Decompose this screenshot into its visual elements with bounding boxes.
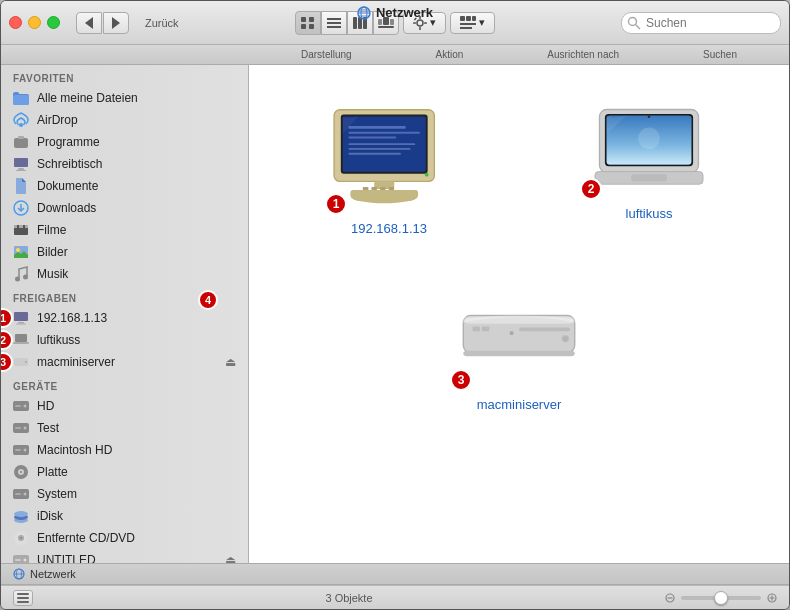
untitled-drive-icon xyxy=(13,552,29,563)
sidebar-item-system[interactable]: System xyxy=(1,483,248,505)
sidebar-item-macminiserver[interactable]: 3 macminiserver ⏏ xyxy=(1,351,248,373)
sidebar-item-idisk[interactable]: iDisk xyxy=(1,505,248,527)
airdrop-label: AirDrop xyxy=(37,113,78,127)
forward-button[interactable] xyxy=(103,12,129,34)
view-icon-button[interactable] xyxy=(295,11,321,35)
ausrichten-button[interactable]: ▾ xyxy=(450,12,495,34)
finder-window: Zurück xyxy=(0,0,790,610)
geraete-section-label: GERÄTE xyxy=(1,373,248,395)
sidebar: FAVORITEN Alle meine Dateien xyxy=(1,65,249,563)
search-input[interactable] xyxy=(621,12,781,34)
svg-rect-5 xyxy=(309,24,314,29)
macintosh-hd-icon xyxy=(13,442,29,458)
svg-rect-20 xyxy=(424,22,427,24)
dokumente-label: Dokumente xyxy=(37,179,98,193)
bilder-label: Bilder xyxy=(37,245,68,259)
zoom-slider-thumb[interactable] xyxy=(714,591,728,605)
svg-point-32 xyxy=(629,17,637,25)
system-label: System xyxy=(37,487,77,501)
sidebar-item-ip-server[interactable]: 1 192.168.1.13 xyxy=(1,307,248,329)
sidebar-item-dokumente[interactable]: Dokumente xyxy=(1,175,248,197)
zoom-slider[interactable] xyxy=(681,596,761,600)
downloads-icon xyxy=(13,200,29,216)
sidebar-item-filme[interactable]: Filme xyxy=(1,219,248,241)
ip-server-label: 192.168.1.13 xyxy=(351,221,427,236)
svg-point-69 xyxy=(20,471,22,473)
zoom-in-icon xyxy=(767,593,777,603)
svg-point-99 xyxy=(425,173,429,177)
network-tab-label: Netzwerk xyxy=(30,568,76,580)
luftikuss-sidebar-label: luftikuss xyxy=(37,333,80,347)
toolbar: Zurück xyxy=(1,1,789,45)
svg-rect-86 xyxy=(348,126,405,129)
downloads-label: Downloads xyxy=(37,201,96,215)
sidebar-item-bilder[interactable]: Bilder xyxy=(1,241,248,263)
ip-server-sidebar-label: 192.168.1.13 xyxy=(37,311,107,325)
sidebar-item-alle-dateien[interactable]: Alle meine Dateien xyxy=(1,87,248,109)
svg-point-78 xyxy=(20,537,22,539)
svg-rect-96 xyxy=(371,187,377,190)
nav-buttons xyxy=(76,12,129,34)
svg-rect-39 xyxy=(18,168,24,170)
schreibtisch-label: Schreibtisch xyxy=(37,157,102,171)
svg-rect-22 xyxy=(460,16,465,21)
window-title: Netzwerk xyxy=(376,5,433,20)
badge-3-main: 3 xyxy=(450,369,472,391)
toolbar-label-row: Darstellung Aktion Ausrichten nach Suche… xyxy=(1,45,789,65)
test-drive-icon xyxy=(13,420,29,436)
bilder-icon xyxy=(13,244,29,260)
sidebar-item-downloads[interactable]: Downloads xyxy=(1,197,248,219)
svg-rect-36 xyxy=(14,138,28,148)
system-icon xyxy=(13,486,29,502)
idisk-icon xyxy=(13,508,29,524)
laptop-small-icon xyxy=(13,332,29,348)
sidebar-item-untitled[interactable]: UNTITLED ⏏ xyxy=(1,549,248,563)
macminiserver-eject-icon[interactable]: ⏏ xyxy=(225,355,236,369)
sidebar-item-hd[interactable]: HD xyxy=(1,395,248,417)
window-title-area: Netzwerk xyxy=(357,5,433,20)
action-icon-button[interactable] xyxy=(13,590,33,606)
svg-line-33 xyxy=(636,24,641,29)
svg-rect-90 xyxy=(348,148,410,150)
sidebar-item-platte[interactable]: Platte xyxy=(1,461,248,483)
device-macminiserver[interactable]: 3 macminiserver xyxy=(439,286,599,422)
sidebar-item-programme[interactable]: Programme xyxy=(1,131,248,153)
sidebar-item-airdrop[interactable]: AirDrop xyxy=(1,109,248,131)
sidebar-item-schreibtisch[interactable]: Schreibtisch xyxy=(1,153,248,175)
desktop-icon xyxy=(13,156,29,172)
svg-rect-55 xyxy=(13,342,29,344)
macminiserver-sidebar-label: macminiserver xyxy=(37,355,115,369)
back-button[interactable] xyxy=(76,12,102,34)
sidebar-item-luftikuss[interactable]: 2 luftikuss xyxy=(1,329,248,351)
device-luftikuss[interactable]: 2 luftikuss xyxy=(569,95,729,231)
svg-rect-15 xyxy=(378,26,394,28)
svg-marker-1 xyxy=(112,17,120,29)
device-ip-server[interactable]: 1 192.168.1.13 xyxy=(309,95,469,246)
svg-rect-2 xyxy=(301,17,306,22)
programme-label: Programme xyxy=(37,135,100,149)
svg-rect-89 xyxy=(348,143,415,145)
svg-rect-91 xyxy=(348,153,401,155)
sidebar-item-macintosh-hd[interactable]: Macintosh HD xyxy=(1,439,248,461)
view-list-button[interactable] xyxy=(321,11,347,35)
svg-rect-44 xyxy=(14,225,17,228)
untitled-eject-icon[interactable]: ⏏ xyxy=(225,553,236,563)
sidebar-item-entfernte-cd[interactable]: Entfernte CD/DVD xyxy=(1,527,248,549)
sidebar-item-musik[interactable]: Musik xyxy=(1,263,248,285)
maximize-button[interactable] xyxy=(47,16,60,29)
svg-point-115 xyxy=(563,336,569,342)
cd-icon xyxy=(13,530,29,546)
sidebar-item-test[interactable]: Test xyxy=(1,417,248,439)
svg-rect-54 xyxy=(15,334,27,342)
svg-rect-24 xyxy=(472,16,476,21)
search-icon xyxy=(627,16,641,30)
mac-mini-icon: 3 xyxy=(454,296,584,389)
svg-rect-66 xyxy=(15,449,21,451)
svg-point-71 xyxy=(24,493,27,496)
minimize-button[interactable] xyxy=(28,16,41,29)
close-button[interactable] xyxy=(9,16,22,29)
badge-3-sidebar: 3 xyxy=(1,352,13,372)
alle-dateien-label: Alle meine Dateien xyxy=(37,91,138,105)
svg-rect-7 xyxy=(327,22,341,24)
toolbar-left: Zurück xyxy=(9,12,179,34)
